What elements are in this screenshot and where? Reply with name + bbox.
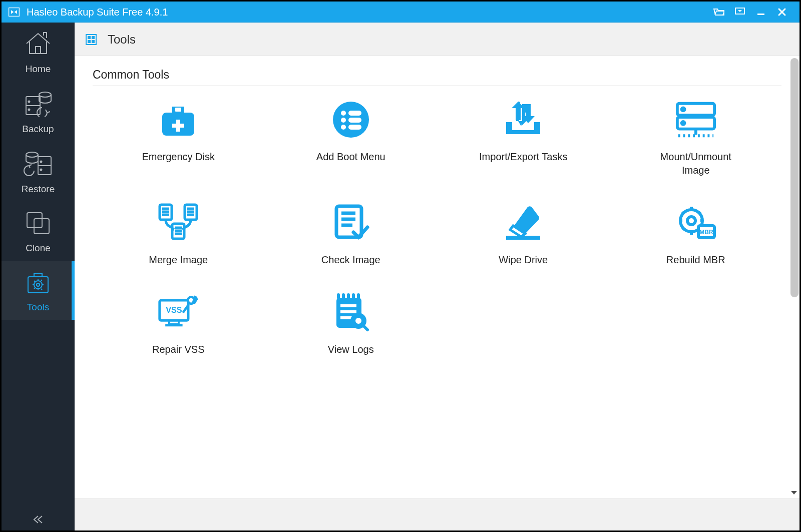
svg-point-7 (39, 92, 51, 97)
svg-point-24 (341, 125, 346, 130)
sidebar-item-label: Home (26, 64, 51, 75)
rebuild-mbr-icon: MBR (674, 201, 675, 244)
page-header: Tools (75, 23, 675, 56)
svg-point-22 (341, 118, 346, 123)
tool-add-boot-menu[interactable]: Add Boot Menu (267, 98, 435, 177)
repair-vss-icon: VSS (157, 291, 200, 334)
content-area: Common Tools Emergency Disk (75, 56, 675, 448)
svg-rect-0 (9, 8, 20, 17)
svg-rect-54 (169, 320, 179, 324)
svg-point-20 (341, 111, 346, 116)
main: Tools Common Tools Emergency Disk (75, 23, 675, 448)
svg-point-12 (41, 169, 42, 171)
import-export-icon (502, 98, 545, 141)
tool-label: Merge Image (149, 253, 208, 267)
sidebar-item-tools[interactable]: Tools (2, 261, 75, 320)
svg-point-8 (26, 152, 38, 157)
home-icon (24, 31, 53, 59)
svg-rect-21 (348, 111, 361, 116)
boot-menu-icon (329, 98, 372, 141)
svg-rect-48 (506, 236, 540, 240)
backup-icon (23, 90, 53, 119)
body: Home Backup (2, 23, 675, 448)
svg-rect-15 (28, 277, 48, 293)
svg-rect-23 (348, 118, 361, 123)
sidebar-item-clone[interactable]: Clone (2, 202, 75, 261)
tool-emergency-disk[interactable]: Emergency Disk (95, 98, 262, 177)
tool-label: Import/Export Tasks (479, 150, 567, 164)
app-title: Hasleo Backup Suite Free 4.9.1 (27, 7, 168, 18)
tool-label: Emergency Disk (142, 150, 215, 164)
merge-image-icon (157, 201, 200, 244)
svg-rect-18 (175, 108, 181, 112)
view-logs-icon (329, 291, 372, 334)
svg-rect-44 (336, 206, 361, 237)
clone-icon (24, 210, 52, 238)
app-icon (9, 7, 20, 17)
sidebar-item-label: Tools (27, 302, 49, 313)
tool-wipe-drive[interactable]: Wipe Drive (440, 201, 607, 267)
svg-point-5 (29, 109, 30, 111)
sidebar-item-backup[interactable]: Backup (2, 82, 75, 142)
tool-label: Mount/Unmount Image (646, 150, 675, 177)
page-header-icon (86, 34, 97, 45)
wipe-drive-icon (502, 201, 545, 244)
svg-point-17 (37, 283, 40, 286)
svg-line-64 (362, 325, 367, 330)
tool-import-export-tasks[interactable]: Import/Export Tasks (440, 98, 607, 177)
page-title: Tools (108, 33, 136, 47)
sidebar-item-label: Restore (22, 184, 55, 195)
mount-image-icon (674, 98, 675, 141)
tool-view-logs[interactable]: View Logs (267, 291, 435, 356)
tool-label: View Logs (328, 343, 374, 356)
emergency-disk-icon (157, 98, 200, 141)
tool-mount-unmount-image[interactable]: Mount/Unmount Image (612, 98, 676, 177)
tools-icon (24, 269, 52, 297)
check-image-icon (329, 201, 372, 244)
tool-label: Wipe Drive (499, 253, 548, 267)
tool-rebuild-mbr[interactable]: MBR Rebuild MBR (612, 201, 676, 267)
tool-merge-image[interactable]: Merge Image (95, 201, 262, 267)
svg-point-11 (41, 161, 42, 163)
svg-text:VSS: VSS (166, 305, 182, 314)
tool-repair-vss[interactable]: VSS Repair VSS (95, 291, 262, 356)
tool-check-image[interactable]: Check Image (267, 201, 435, 267)
sidebar-item-restore[interactable]: Restore (2, 142, 75, 202)
titlebar: Hasleo Backup Suite Free 4.9.1 (2, 2, 675, 23)
sidebar-item-label: Clone (26, 243, 51, 254)
tools-grid: Emergency Disk Add Boot Menu (93, 98, 675, 356)
divider (93, 86, 675, 86)
section-title: Common Tools (93, 68, 675, 82)
tool-label: Repair VSS (152, 343, 205, 356)
svg-point-4 (29, 101, 30, 103)
svg-rect-25 (348, 125, 361, 130)
app-window: Hasleo Backup Suite Free 4.9.1 Home (1, 1, 675, 448)
restore-icon (23, 150, 53, 179)
sidebar-item-label: Backup (22, 124, 54, 135)
tool-label: Add Boot Menu (316, 150, 385, 164)
sidebar: Home Backup (2, 23, 75, 448)
sidebar-item-home[interactable]: Home (2, 23, 75, 82)
tool-label: Check Image (321, 253, 380, 267)
svg-point-16 (34, 281, 42, 289)
tool-label: Rebuild MBR (666, 253, 675, 267)
